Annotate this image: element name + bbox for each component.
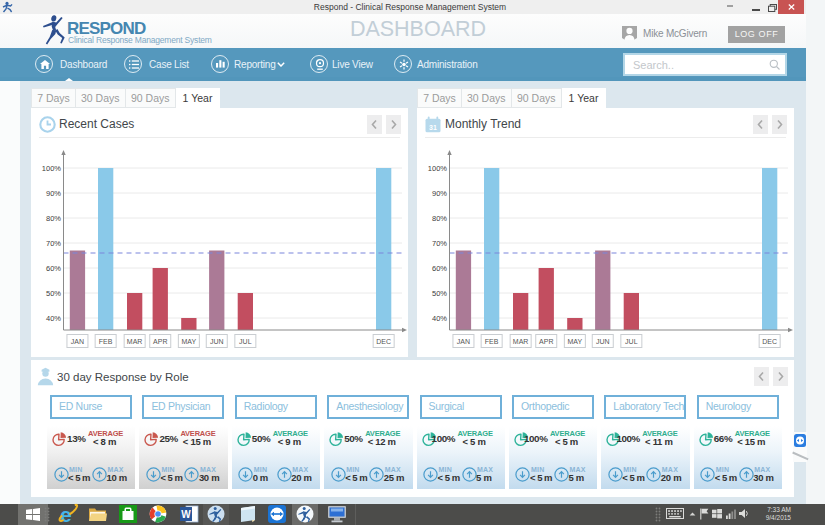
svg-text:JUN: JUN [210, 338, 224, 345]
svg-text:APR: APR [153, 338, 167, 345]
svg-text:80%: 80% [432, 214, 447, 223]
svg-text:MAR: MAR [513, 338, 529, 345]
svg-text:90%: 90% [46, 189, 61, 198]
svg-text:MAY: MAY [568, 338, 583, 345]
svg-text:50%: 50% [46, 289, 61, 298]
svg-text:70%: 70% [432, 239, 447, 248]
svg-text:JAN: JAN [457, 338, 470, 345]
svg-text:MAR: MAR [127, 338, 143, 345]
svg-text:JUL: JUL [625, 338, 638, 345]
svg-text:FEB: FEB [99, 338, 113, 345]
svg-text:50%: 50% [432, 289, 447, 298]
svg-text:100%: 100% [428, 164, 448, 173]
svg-text:JAN: JAN [71, 338, 84, 345]
svg-text:60%: 60% [432, 264, 447, 273]
svg-text:40%: 40% [46, 314, 61, 323]
svg-text:70%: 70% [46, 239, 61, 248]
svg-text:DEC: DEC [762, 338, 777, 345]
svg-text:JUN: JUN [596, 338, 610, 345]
svg-text:W: W [181, 509, 191, 520]
svg-text:100%: 100% [42, 164, 62, 173]
svg-text:80%: 80% [46, 214, 61, 223]
svg-text:FEB: FEB [485, 338, 499, 345]
svg-text:DEC: DEC [376, 338, 391, 345]
svg-text:JUL: JUL [239, 338, 252, 345]
svg-text:APR: APR [539, 338, 553, 345]
svg-text:MAY: MAY [182, 338, 197, 345]
svg-text:60%: 60% [46, 264, 61, 273]
svg-text:90%: 90% [432, 189, 447, 198]
svg-text:40%: 40% [432, 314, 447, 323]
